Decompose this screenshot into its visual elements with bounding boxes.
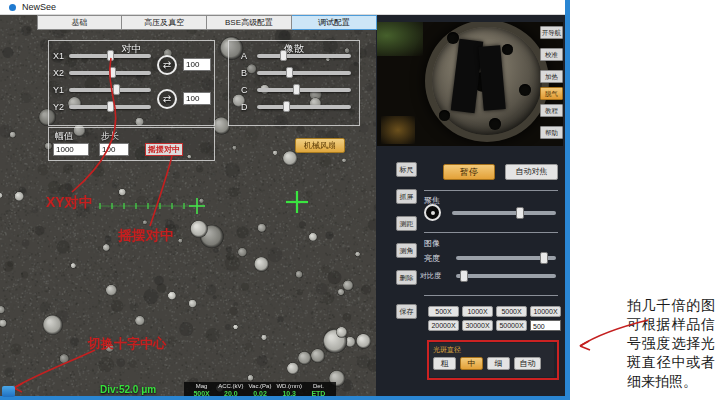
flange-hole: [502, 44, 513, 55]
wobble-centering-button[interactable]: 摇摆对中: [145, 143, 183, 156]
ruler-tool-button[interactable]: 标尺: [396, 162, 417, 177]
delete-button[interactable]: 删除: [396, 270, 417, 285]
focus-slider[interactable]: [452, 211, 556, 215]
x1-slider-thumb[interactable]: [107, 50, 114, 61]
flange-hole: [519, 84, 531, 96]
y-cycle-icon[interactable]: ⇄: [157, 89, 177, 109]
stig-a-thumb[interactable]: [280, 50, 287, 61]
mag-5000x-button[interactable]: 5000X: [496, 306, 527, 317]
acc-column-label: ACC.(kV): [216, 383, 245, 390]
degas-button[interactable]: 脱气: [540, 87, 563, 100]
mag-50000x-button[interactable]: 50000X: [496, 320, 527, 331]
app-icon: [9, 4, 16, 11]
stig-b-label: B: [241, 68, 247, 78]
y1-slider[interactable]: [69, 88, 151, 92]
brightness-slider-thumb[interactable]: [540, 252, 548, 264]
x-cycle-value-input[interactable]: 100: [183, 58, 211, 71]
amplitude-input[interactable]: 1000: [53, 143, 89, 156]
stig-b-thumb[interactable]: [286, 67, 293, 78]
contrast-slider[interactable]: [456, 274, 556, 278]
stig-d-slider[interactable]: [257, 105, 351, 109]
x2-slider[interactable]: [69, 71, 151, 75]
tab-basic[interactable]: 基础: [37, 15, 122, 30]
stigmator-panel: 像散 A B C D: [228, 40, 360, 126]
screenshot-tool-button[interactable]: 抓屏: [396, 189, 417, 204]
centering-panel: 对中 X1 X2 Y1 Y2 ⇄ ⇄ 100 100: [48, 40, 215, 126]
flange-hole: [489, 118, 501, 130]
contrast-label: 对比度: [420, 271, 441, 281]
stig-d-thumb[interactable]: [283, 101, 290, 112]
mag-30000x-button[interactable]: 30000X: [462, 320, 493, 331]
wobble-settings-box: 幅值 1000 步长 100 摇摆对中: [48, 127, 215, 161]
flange-hole: [439, 110, 450, 121]
annotation-cross-center: 切换十字中心: [88, 335, 166, 353]
y1-label: Y1: [53, 85, 64, 95]
config-tabbar: 基础 高压及真空 BSE高级配置 调试配置: [37, 15, 377, 30]
mag-10000x-button[interactable]: 10000X: [530, 306, 561, 317]
det-column-label: Det.: [304, 383, 333, 390]
chamber-camera-view: [377, 22, 563, 146]
stig-c-label: C: [241, 85, 248, 95]
x1-label: X1: [53, 51, 64, 61]
spot-coarse-button[interactable]: 粗: [433, 357, 456, 370]
focus-knob[interactable]: [424, 204, 441, 221]
heating-button[interactable]: 加热: [540, 70, 563, 83]
mag-column-label: Mag: [187, 383, 216, 390]
mag-500x-button[interactable]: 500X: [428, 306, 459, 317]
cross-center-toggle-icon[interactable]: [2, 386, 15, 397]
stig-a-slider[interactable]: [257, 54, 351, 58]
window-border-right: [565, 0, 570, 400]
divider: [424, 295, 558, 296]
y-cycle-value-input[interactable]: 100: [183, 92, 211, 105]
annotation-arrowhead: [580, 341, 590, 350]
stig-c-slider[interactable]: [257, 88, 351, 92]
stig-c-thumb[interactable]: [293, 84, 300, 95]
window-title: NewSee: [22, 2, 56, 12]
y1-slider-thumb[interactable]: [113, 84, 120, 95]
y2-label: Y2: [53, 102, 64, 112]
spot-fine-button[interactable]: 细: [487, 357, 510, 370]
spot-auto-button[interactable]: 自动: [514, 357, 541, 370]
tab-hv-vacuum[interactable]: 高压及真空: [122, 15, 207, 30]
save-button[interactable]: 保存: [396, 304, 417, 319]
brightness-slider[interactable]: [456, 256, 556, 260]
tab-debug-config[interactable]: 调试配置: [292, 15, 377, 30]
measure-distance-button[interactable]: 测距: [396, 216, 417, 231]
autofocus-button[interactable]: 自动对焦: [505, 164, 558, 180]
x2-label: X2: [53, 68, 64, 78]
measure-angle-button[interactable]: 测角: [396, 243, 417, 258]
help-button[interactable]: 帮助: [540, 126, 563, 139]
mag-1000x-button[interactable]: 1000X: [462, 306, 493, 317]
mag-value-input[interactable]: 500: [530, 320, 561, 331]
y2-slider-thumb[interactable]: [107, 101, 114, 112]
contrast-slider-thumb[interactable]: [460, 270, 468, 282]
stig-d-label: D: [241, 102, 248, 112]
annotation-wobble-centering: 摇摆对中: [118, 227, 174, 245]
focus-slider-thumb[interactable]: [516, 207, 524, 219]
tutorial-button[interactable]: 教程: [540, 104, 563, 117]
mag-20000x-button[interactable]: 20000X: [428, 320, 459, 331]
tab-bse-advanced[interactable]: BSE高级配置: [207, 15, 292, 30]
stig-b-slider[interactable]: [257, 71, 351, 75]
camera-glow-shape: [381, 116, 415, 144]
pause-button[interactable]: 暂停: [443, 164, 495, 180]
y2-slider[interactable]: [69, 105, 151, 109]
flange-hole: [447, 32, 459, 44]
divider: [424, 190, 558, 191]
window-titlebar[interactable]: NewSee: [0, 0, 570, 15]
mechanical-fan-button[interactable]: 机械风扇: [295, 138, 345, 153]
calibrate-button[interactable]: 校准: [540, 48, 563, 61]
amplitude-label: 幅值: [55, 130, 73, 143]
window-border-bottom: [0, 396, 570, 400]
spot-medium-button[interactable]: 中: [460, 357, 483, 370]
vac-column-label: Vac.(Pa): [245, 383, 274, 390]
open-navigation-button[interactable]: 开导航: [540, 26, 563, 39]
margin-note-text: 拍几千倍的图可根据样品信号强度选择光斑直径中或者细来拍照。: [627, 296, 715, 391]
x1-slider[interactable]: [69, 54, 151, 58]
x2-slider-thumb[interactable]: [109, 67, 116, 78]
spot-diameter-label: 光斑直径: [433, 345, 461, 355]
x-cycle-icon[interactable]: ⇄: [157, 55, 177, 75]
camera-wire-shape: [377, 22, 423, 56]
screenshot-stage: NewSee 基础 高压及真空 BSE高级配置 调试配置 对中 X1 X2 Y1…: [0, 0, 720, 406]
step-input[interactable]: 100: [99, 143, 129, 156]
